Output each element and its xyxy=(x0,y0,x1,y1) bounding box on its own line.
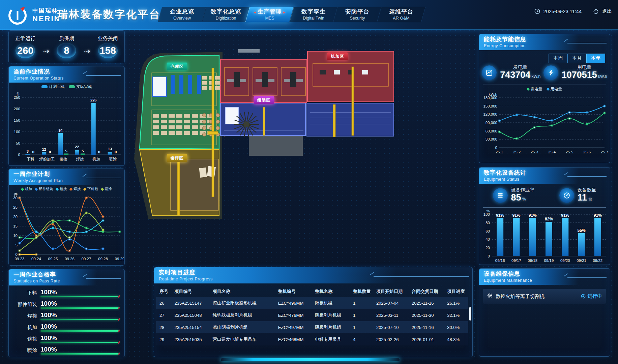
nav-tab-digital-twin[interactable]: 数字孪生Digital Twin xyxy=(293,6,334,23)
panel-title-cn: 设备维保信息 xyxy=(484,270,610,278)
legend-marker xyxy=(56,187,59,191)
logout-button[interactable]: 退出 xyxy=(602,8,612,14)
svg-text:82%: 82% xyxy=(545,217,553,221)
table-cell: 26.1% xyxy=(444,297,468,309)
energy-tab-本月[interactable]: 本月 xyxy=(567,54,586,63)
table-scrollbar[interactable] xyxy=(469,307,471,321)
svg-text:09.28: 09.28 xyxy=(98,257,108,261)
table-cell: EZC^496MM xyxy=(275,297,312,309)
table-header-cell: 项目编号 xyxy=(171,286,209,297)
svg-text:0: 0 xyxy=(488,254,490,258)
legend-item[interactable]: 铆接 xyxy=(56,187,67,191)
legend-item[interactable]: 计划完成 xyxy=(41,84,64,89)
svg-text:0: 0 xyxy=(18,153,20,157)
power-icon[interactable] xyxy=(593,8,599,14)
main-nav: 企业总览Overview数字化总览Digitization生产管理MES数字孪生… xyxy=(161,6,422,23)
table-cell: 电解专用吊具 xyxy=(312,333,350,345)
table-cell: 235A2515048 xyxy=(171,309,209,321)
legend-item[interactable]: 焊接 xyxy=(70,187,81,191)
legend-label: 机加 xyxy=(25,187,32,191)
panel-header: 设备维保信息 Equipment Maintenance xyxy=(479,269,610,285)
svg-text:25: 25 xyxy=(13,205,18,209)
table-header-cell: 整机数量 xyxy=(350,286,373,297)
nav-tab-ar-o-m[interactable]: 运维平台AR O&M xyxy=(380,6,422,23)
nav-tab-cn: 数字化总览 xyxy=(210,8,242,16)
table-cell: 2025-02-26 xyxy=(373,333,408,345)
nav-tab-overview[interactable]: 企业总览Overview xyxy=(161,6,203,23)
table-cell: EZC^476MM xyxy=(275,309,312,321)
svg-text:120,000: 120,000 xyxy=(483,112,497,116)
table-cell: 4 xyxy=(350,333,373,345)
legend-label: 铆接 xyxy=(60,187,67,191)
nav-tab-mes[interactable]: 生产管理MES xyxy=(249,6,291,23)
table-row[interactable]: 29235A2515035营口建发电解专用吊车EZC^468MM电解专用吊具42… xyxy=(156,333,468,345)
zone-badge-welding[interactable]: 铆焊区 xyxy=(167,154,187,162)
table-cell: 235A2515147 xyxy=(171,297,209,309)
legend-item[interactable]: 部件组装 xyxy=(35,187,53,191)
legend-item[interactable]: 喷涂 xyxy=(101,187,112,191)
table-cell: 2025-11-30 xyxy=(408,309,444,321)
stat-unit: kW.h xyxy=(530,74,540,79)
legend-marker xyxy=(100,187,104,191)
pass-rate-value: 100% xyxy=(40,323,119,330)
svg-text:90,000: 90,000 xyxy=(485,121,497,125)
table-row[interactable]: 26235A2515147凉山矿业阳极整形机组EZC^496MM阳极机组1202… xyxy=(156,297,468,309)
table-row[interactable]: 28235A2515154凉山阴极剥片机组EZC^497MM阴极剥片机组1202… xyxy=(156,321,468,333)
stat-block: 设备数量11 台 xyxy=(559,187,596,204)
nav-tab-cn: 安防平台 xyxy=(341,8,374,16)
energy-legend: 发电量用电量 xyxy=(479,86,610,92)
svg-text:09.23: 09.23 xyxy=(15,257,25,261)
stat-block: 用电量1070515 kW.h xyxy=(543,64,607,81)
panel-title-en: Energy Consumption xyxy=(484,43,610,48)
svg-text:09/22: 09/22 xyxy=(593,259,602,263)
pass-rate-row: 铆接100% xyxy=(12,335,119,343)
legend-item[interactable]: 用电量 xyxy=(547,87,562,92)
panel-title-cn: 一周作业合格率 xyxy=(13,271,124,278)
status-card-value: 158 xyxy=(100,45,116,56)
table-cell: 1 xyxy=(350,297,373,309)
svg-text:焊前加工: 焊前加工 xyxy=(39,157,55,161)
table-cell: 2025-07-04 xyxy=(373,297,408,309)
brand-cn: 中国瑞林 xyxy=(32,7,60,14)
svg-text:10: 10 xyxy=(13,234,18,238)
svg-text:91%: 91% xyxy=(594,213,602,218)
svg-text:铆接: 铆接 xyxy=(59,157,68,161)
pass-rate-bar xyxy=(40,296,119,297)
panel-title-en: Equipment Status xyxy=(484,177,610,182)
legend-marker xyxy=(21,187,24,191)
svg-text:机加: 机加 xyxy=(92,157,100,161)
table-cell: 营口建发电解专用吊车 xyxy=(209,333,275,345)
nav-tab-digitization[interactable]: 数字化总览Digitization xyxy=(205,6,247,23)
pass-rate-bar xyxy=(40,330,119,332)
legend-marker xyxy=(41,85,48,88)
project-progress-panel: 实时项目进度 Real-time Project Progress 序号项目编号… xyxy=(154,267,473,357)
svg-text:20: 20 xyxy=(485,246,490,250)
table-cell: 2025-03-11 xyxy=(373,309,408,321)
energy-tab-本年[interactable]: 本年 xyxy=(586,54,605,63)
zone-badge-machining[interactable]: 机加区 xyxy=(327,53,348,60)
pass-rate-row: 下料100% xyxy=(12,289,119,297)
legend-item[interactable]: 机加 xyxy=(21,187,32,191)
svg-text:91%: 91% xyxy=(561,213,569,218)
stat-unit: 台 xyxy=(587,197,592,202)
status-card-value: 8 xyxy=(64,45,69,56)
legend-item[interactable]: 发电量 xyxy=(527,87,542,92)
panel-title-en: Real-time Project Progress xyxy=(159,277,472,281)
svg-text:25.7: 25.7 xyxy=(601,150,608,154)
zone-badge-warehouse[interactable]: 仓库区 xyxy=(167,63,187,70)
pass-rate-label: 下料 xyxy=(12,290,37,296)
bottom-glow-bar xyxy=(221,358,400,361)
table-row[interactable]: 27235A2515048纯钧残极及剥片机组EZC^476MM阴极剥片机组120… xyxy=(156,309,468,321)
legend-item[interactable]: 下料包 xyxy=(84,187,98,191)
energy-tab-本周[interactable]: 本周 xyxy=(549,54,567,63)
legend-item[interactable]: 实际完成 xyxy=(69,84,92,89)
table-cell: 2025-11-16 xyxy=(408,297,444,309)
svg-text:60: 60 xyxy=(485,229,490,233)
svg-text:09.24: 09.24 xyxy=(31,257,41,261)
pass-rate-label: 机加 xyxy=(12,324,37,331)
table-header-cell: 项目进度 xyxy=(444,286,468,297)
maintenance-item[interactable]: 数控火焰等离子切割机进行中 xyxy=(483,289,606,304)
zone-badge-assembly[interactable]: 组装区 xyxy=(254,96,274,104)
factory-map-canvas xyxy=(131,48,401,223)
nav-tab-security[interactable]: 安防平台Security xyxy=(336,6,378,23)
